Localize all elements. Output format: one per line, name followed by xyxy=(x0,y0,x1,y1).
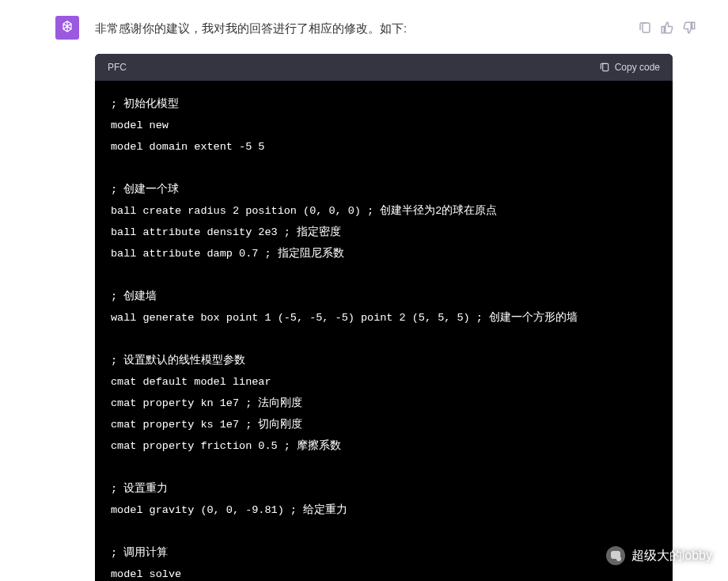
watermark: 超级大的lobby xyxy=(606,546,712,565)
code-header: PFC Copy code xyxy=(95,54,673,81)
watermark-text: 超级大的lobby xyxy=(631,548,712,564)
svg-rect-0 xyxy=(602,63,608,70)
assistant-avatar xyxy=(55,16,79,40)
openai-icon xyxy=(59,20,75,36)
code-language-label: PFC xyxy=(108,62,127,73)
avatar-row: 非常感谢你的建议，我对我的回答进行了相应的修改。如下: PFC Copy cod… xyxy=(55,16,673,581)
copy-code-button[interactable]: Copy code xyxy=(599,62,660,73)
message-text: 非常感谢你的建议，我对我的回答进行了相应的修改。如下: xyxy=(95,16,673,38)
copy-code-label: Copy code xyxy=(615,62,660,73)
code-block: PFC Copy code ; 初始化模型 model new model do… xyxy=(95,54,673,581)
code-content[interactable]: ; 初始化模型 model new model domain extent -5… xyxy=(95,81,673,581)
thumbs-up-icon[interactable] xyxy=(660,21,674,35)
message-container: 非常感谢你的建议，我对我的回答进行了相应的修改。如下: PFC Copy cod… xyxy=(0,0,728,581)
message-actions xyxy=(638,21,696,35)
copy-icon[interactable] xyxy=(638,21,652,35)
thumbs-down-icon[interactable] xyxy=(682,21,696,35)
svg-rect-1 xyxy=(643,23,650,32)
wechat-icon xyxy=(606,546,625,565)
message-content: 非常感谢你的建议，我对我的回答进行了相应的修改。如下: PFC Copy cod… xyxy=(95,16,673,581)
clipboard-icon xyxy=(599,62,610,73)
